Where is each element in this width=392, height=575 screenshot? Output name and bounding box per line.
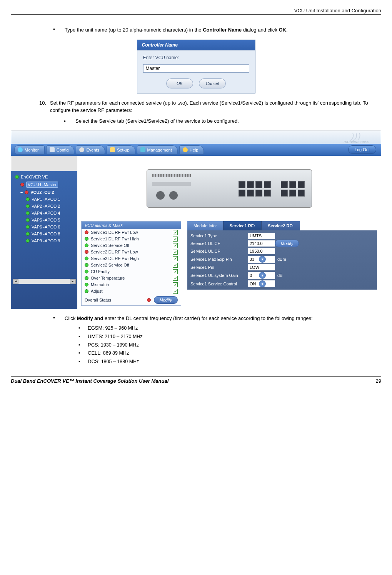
scroll-left-icon[interactable]: ◄ <box>13 279 18 284</box>
tab-service1-rf[interactable]: Service1 RF: <box>224 221 262 230</box>
alarm-mask-check[interactable]: ✓ <box>173 289 178 294</box>
app-body: EnCOVER VE VCU-H -Master – VCU2 -CU 2 VA… <box>11 156 381 309</box>
nav-help-label: Help <box>190 148 199 152</box>
range-mark: ▪ <box>78 333 88 340</box>
nav-config-label: Config <box>57 148 69 152</box>
tree-leaf[interactable]: VAP8 -APOD 8 <box>13 230 76 237</box>
vcu-name-input[interactable] <box>143 64 249 73</box>
brand-logo-text: mobileaccess <box>344 140 369 144</box>
range-value: 1930 – 1990 MHz <box>101 342 139 348</box>
alarm-name: Service1 DL RF Pwr Low <box>91 230 170 235</box>
alarms-modify-button[interactable]: Modify <box>154 296 178 304</box>
tree-leaf[interactable]: VAP6 -APOD 6 <box>13 223 76 230</box>
svc-maxpin-label: Service1 Max Exp Pin <box>190 257 248 262</box>
brand-logo: ))) mobileaccess <box>344 132 369 144</box>
alarm-name: Mismatch <box>91 282 170 287</box>
alarms-title: VCU alarms & Mask <box>82 222 181 229</box>
nav-monitor[interactable]: Monitor <box>14 145 45 155</box>
horizontal-scrollbar[interactable]: ◄ ► <box>13 279 76 284</box>
alarm-mask-check[interactable]: ✓ <box>173 276 178 281</box>
nav-setup[interactable]: Set-up <box>107 145 135 155</box>
alarm-name: Service1 DL RF Pwr High <box>91 237 170 241</box>
alarm-row: Service2 DL RF Pwr Low✓ <box>82 249 181 255</box>
range-label: DCS: <box>88 358 101 364</box>
chevron-down-icon: ▾ <box>259 272 266 279</box>
tab-module-info[interactable]: Module Info: <box>187 221 224 230</box>
status-led-icon <box>26 197 30 201</box>
bullet-mark: • <box>53 315 65 322</box>
status-led-icon <box>26 225 30 229</box>
dialog-label: Enter VCU name: <box>143 55 249 60</box>
scroll-right-icon[interactable]: ► <box>70 279 75 284</box>
events-icon <box>79 147 84 152</box>
svc-ctrl-dropdown[interactable]: ON ▾ <box>248 280 275 287</box>
svc-maxpin-value: 33 <box>248 256 259 262</box>
alarm-mask-check[interactable]: ✓ <box>173 256 178 261</box>
bullet-mark: • <box>64 117 75 125</box>
tree-leaf[interactable]: VAP1 -APOD 1 <box>13 196 76 203</box>
alarm-row: Service2 DL RF Pwr High✓ <box>82 255 181 262</box>
alarm-name: Service1 Service Off <box>91 243 170 248</box>
nav-events-label: Events <box>86 148 99 152</box>
range-value: 1805 – 1880 MHz <box>101 359 139 364</box>
ok-button[interactable]: OK <box>166 78 193 88</box>
svc-maxpin-dropdown[interactable]: 33 ▾ <box>248 256 275 263</box>
content-pane: VCU alarms & Mask Service1 DL RF Pwr Low… <box>77 156 381 309</box>
controller-name-dialog: Controller Name Enter VCU name: OK Cance… <box>137 40 255 93</box>
tree-leaf-label: VAP6 -APOD 6 <box>32 225 60 229</box>
logout-button[interactable]: Log Out <box>348 145 376 154</box>
svc-gain-dropdown[interactable]: 0 ▾ <box>248 272 275 279</box>
tree-leaf[interactable]: VAP4 -APOD 4 <box>13 210 76 217</box>
svc-maxpin-unit: dBm <box>275 257 374 262</box>
tree-leaf[interactable]: VAP2 -APOD 2 <box>13 203 76 210</box>
management-icon <box>140 147 145 152</box>
alarm-mask-check[interactable]: ✓ <box>173 263 178 268</box>
footer-title: Dual Band EnCOVER VE™ Instant Coverage S… <box>11 378 168 384</box>
tree-node-vcu2-label: VCU2 -CU 2 <box>30 190 54 195</box>
status-led-icon <box>85 243 88 247</box>
range-mark: ▪ <box>78 324 88 332</box>
overall-status-led-icon <box>147 298 151 302</box>
logo-arc-icon: ))) <box>344 132 369 140</box>
tab-service2-rf[interactable]: Service2 RF: <box>262 221 300 230</box>
tree-node-vcu2[interactable]: – VCU2 -CU 2 <box>13 189 76 196</box>
range-mark: ▪ <box>78 341 88 349</box>
alarm-name: Service2 DL RF Pwr High <box>91 256 170 261</box>
alarm-row: CU Faulty✓ <box>82 268 181 275</box>
alarm-mask-check[interactable]: ✓ <box>173 250 178 255</box>
device-illustration <box>147 169 312 208</box>
alarm-mask-check[interactable]: ✓ <box>173 237 178 242</box>
page-footer: Dual Band EnCOVER VE™ Instant Coverage S… <box>11 376 381 384</box>
help-icon <box>183 147 188 152</box>
tree-root[interactable]: EnCOVER VE <box>13 173 76 180</box>
nav-config[interactable]: Config <box>46 145 75 155</box>
bullet-text: Type the unit name (up to 20 alpha-numer… <box>65 26 381 34</box>
tree-node-vcu-h[interactable]: VCU-H -Master <box>13 180 76 189</box>
svc-dlcf-modify-button[interactable]: Modify <box>275 240 299 247</box>
status-led-icon <box>15 175 19 179</box>
nav-events[interactable]: Events <box>76 145 105 155</box>
alarm-mask-check[interactable]: ✓ <box>173 243 178 248</box>
step-10-sub-bullet: • Select the Service tab (Service1/Servi… <box>64 117 381 125</box>
nav-management[interactable]: Management <box>137 145 178 155</box>
tree-leaf[interactable]: VAP5 -APOD 5 <box>13 217 76 223</box>
svc-dlcf-label: Service1 DL CF <box>190 241 248 246</box>
alarm-row: Service2 Service Off✓ <box>82 262 181 268</box>
range-value: 925 – 960 MHz <box>105 325 138 331</box>
cancel-button[interactable]: Cancel <box>199 78 226 88</box>
status-led-icon <box>20 183 24 187</box>
alarm-mask-check[interactable]: ✓ <box>173 269 178 274</box>
range-value: 2110 – 2170 MHz <box>105 334 143 339</box>
svc-dlcf-value: 2140.0 <box>248 240 275 247</box>
service-body: Service1 Type UMTS Service1 DL CF 2140.0… <box>187 230 377 290</box>
status-led-icon <box>85 263 88 267</box>
page-number: 29 <box>376 378 381 384</box>
svc-gain-value: 0 <box>248 272 259 278</box>
range-label: EGSM: <box>88 325 105 331</box>
bullet-modify-text: Click Modify and enter the DL central fr… <box>65 315 381 322</box>
nav-help[interactable]: Help <box>179 145 204 155</box>
alarm-mask-check[interactable]: ✓ <box>173 230 178 235</box>
tree-leaf[interactable]: VAP9 -APOD 9 <box>13 237 76 244</box>
tree-leaf-label: VAP4 -APOD 4 <box>32 211 60 215</box>
alarm-mask-check[interactable]: ✓ <box>173 282 178 287</box>
